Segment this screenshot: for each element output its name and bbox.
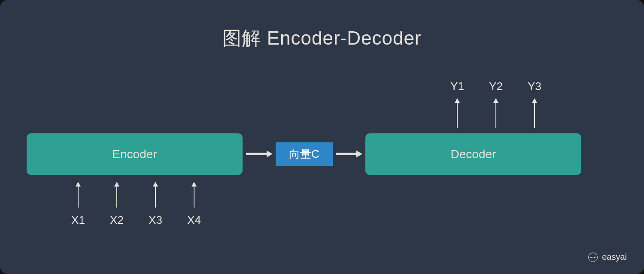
arrow-encoder-to-vector xyxy=(246,153,267,155)
easyai-logo-icon xyxy=(588,253,598,262)
arrow-input-x3 xyxy=(155,186,156,208)
arrow-head-up-icon xyxy=(153,182,158,187)
vector-block: 向量C xyxy=(276,142,333,166)
output-label-y3: Y3 xyxy=(522,80,547,93)
arrow-output-y2 xyxy=(495,102,496,128)
input-label-x4: X4 xyxy=(181,214,207,227)
arrow-input-x4 xyxy=(194,186,194,208)
input-label-x3: X3 xyxy=(143,214,168,227)
arrow-input-x2 xyxy=(116,186,117,208)
arrow-head-up-icon xyxy=(455,98,460,103)
output-label-y1: Y1 xyxy=(444,80,470,93)
vector-label: 向量C xyxy=(289,147,319,162)
arrow-vector-to-decoder xyxy=(336,153,357,155)
arrow-output-y1 xyxy=(457,102,458,128)
output-label-y2: Y2 xyxy=(483,80,509,93)
encoder-block: Encoder xyxy=(27,133,243,175)
arrow-head-up-icon xyxy=(191,182,197,187)
input-label-x2: X2 xyxy=(104,214,130,227)
diagram-canvas: 图解 Encoder-Decoder Encoder 向量C Decoder X… xyxy=(0,0,644,274)
arrow-output-y3 xyxy=(534,102,535,128)
input-label-x1: X1 xyxy=(65,214,91,227)
arrow-head-up-icon xyxy=(76,182,81,187)
watermark: easyai xyxy=(588,252,627,262)
arrow-head-up-icon xyxy=(493,98,498,103)
watermark-text: easyai xyxy=(602,252,627,262)
decoder-label: Decoder xyxy=(451,148,496,161)
arrow-head-up-icon xyxy=(532,98,537,103)
arrow-head-right-icon xyxy=(356,151,362,157)
diagram-title: 图解 Encoder-Decoder xyxy=(0,26,644,51)
encoder-label: Encoder xyxy=(112,148,157,161)
decoder-block: Decoder xyxy=(365,133,581,175)
arrow-head-right-icon xyxy=(267,151,273,157)
arrow-head-up-icon xyxy=(114,182,119,187)
arrow-input-x1 xyxy=(78,186,79,208)
